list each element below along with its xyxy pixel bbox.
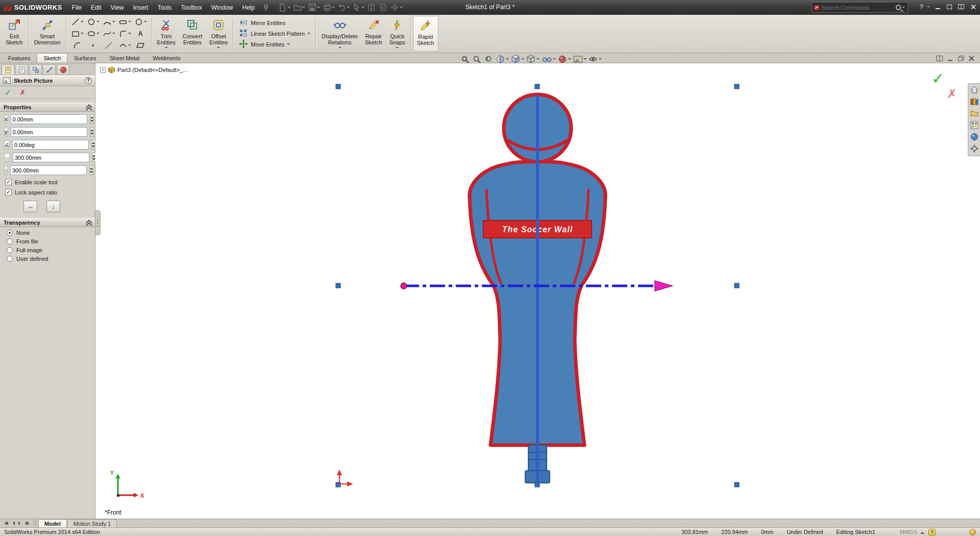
new-document-icon[interactable]: [277, 2, 288, 13]
search-scope-icon[interactable]: [814, 5, 819, 11]
height-input[interactable]: [10, 165, 87, 175]
arc-tool-icon[interactable]: [101, 16, 117, 28]
menu-help[interactable]: Help: [237, 3, 259, 13]
appearances-scenes-icon[interactable]: [970, 132, 979, 142]
view-orientation-icon[interactable]: [511, 55, 524, 64]
lock-aspect-ratio-checkbox[interactable]: ✓: [5, 189, 12, 196]
display-style-caret-icon[interactable]: [536, 58, 540, 61]
undo-icon[interactable]: [336, 2, 348, 13]
line-tool-icon[interactable]: [69, 16, 85, 28]
tab-scroll-first-button[interactable]: [2, 520, 9, 527]
mirror-entities-button[interactable]: Mirror Entities: [239, 18, 310, 28]
resources-icon[interactable]: [970, 85, 979, 95]
tab-sheet-metal[interactable]: Sheet Metal: [103, 53, 146, 63]
trim-entities-caret-icon[interactable]: [165, 47, 168, 50]
tab-motion-study-1[interactable]: Motion Study 1: [67, 519, 117, 527]
move-entities-caret-icon[interactable]: [287, 43, 290, 46]
width-input[interactable]: [13, 153, 89, 162]
propertymanager-tab[interactable]: [2, 64, 14, 75]
panel-splitter-handle[interactable]: [95, 210, 101, 235]
feature-tree-root-label[interactable]: Part3 (Default<<Default>_...: [117, 67, 187, 73]
view-settings-icon[interactable]: [589, 55, 602, 64]
open-icon[interactable]: [291, 2, 303, 13]
polygon-tool-icon[interactable]: [133, 16, 149, 28]
transparency-from-file-radio[interactable]: [7, 238, 13, 245]
point-tool-icon[interactable]: [85, 40, 101, 52]
viewport-restore-icon[interactable]: [957, 55, 965, 62]
menu-toolbox[interactable]: Toolbox: [176, 3, 206, 13]
display-delete-relations-caret-icon[interactable]: [338, 47, 341, 50]
fillet-tool-icon[interactable]: [117, 28, 133, 40]
menu-tools[interactable]: Tools: [153, 3, 176, 13]
offset-entities-caret-icon[interactable]: [217, 47, 220, 50]
view-orientation-caret-icon[interactable]: [521, 58, 524, 61]
panes-icon[interactable]: [956, 2, 966, 11]
featuremanager-tab[interactable]: [15, 64, 28, 75]
close-icon[interactable]: [968, 2, 978, 11]
repair-sketch-button[interactable]: Repair Sketch: [361, 16, 386, 52]
viewport-pane-icon[interactable]: [935, 55, 944, 62]
viewport-close-icon[interactable]: [967, 55, 976, 62]
transparency-from-file-row[interactable]: From file: [0, 236, 95, 245]
tab-surfaces[interactable]: Surfaces: [67, 53, 103, 63]
linear-sketch-pattern-button[interactable]: Linear Sketch Pattern: [239, 29, 310, 38]
move-entities-button[interactable]: Move Entities: [239, 40, 310, 49]
enable-scale-tool-checkbox[interactable]: ✓: [5, 179, 12, 185]
text-tool-icon[interactable]: A: [133, 28, 149, 40]
menu-edit[interactable]: Edit: [86, 3, 106, 13]
appearances-caret-icon[interactable]: [568, 58, 571, 61]
appearances-icon[interactable]: [558, 55, 571, 64]
position-y-spinner[interactable]: [90, 127, 94, 137]
flip-vertical-button[interactable]: ↕: [46, 201, 60, 212]
linear-sketch-pattern-caret-icon[interactable]: [307, 33, 310, 36]
tab-sketch[interactable]: Sketch: [37, 53, 67, 63]
menu-view[interactable]: View: [106, 3, 129, 13]
tab-weldments[interactable]: Weldments: [146, 53, 187, 63]
transparency-none-row[interactable]: None: [0, 227, 95, 236]
tab-bar-grip[interactable]: [34, 520, 36, 527]
transparency-user-defined-row[interactable]: User defined: [0, 253, 95, 262]
position-x-spinner[interactable]: [90, 114, 94, 124]
cancel-sketch-x-icon[interactable]: ✗: [947, 87, 957, 101]
construction-line-tool-icon[interactable]: [101, 40, 117, 52]
chamfer-tool-icon[interactable]: [69, 40, 85, 52]
parallelogram-tool-icon[interactable]: [133, 40, 149, 52]
position-x-input[interactable]: [11, 114, 87, 124]
circle-tool-icon[interactable]: [85, 16, 101, 28]
display-style-icon[interactable]: [526, 55, 540, 64]
zoom-area-icon[interactable]: [472, 55, 482, 64]
units-selector[interactable]: MMGS ?: [900, 529, 976, 535]
graphics-area[interactable]: + Part3 (Default<<Default>_... The Socce…: [95, 63, 980, 519]
scene-icon[interactable]: [573, 55, 586, 64]
search-icon[interactable]: [896, 5, 901, 10]
offset-entities-button[interactable]: Offset Entities: [206, 16, 231, 52]
tree-expand-icon[interactable]: +: [100, 67, 106, 73]
rapid-sketch-button[interactable]: Rapid Sketch: [413, 16, 438, 52]
angle-input[interactable]: [12, 140, 89, 150]
angle-spinner[interactable]: [91, 140, 95, 150]
transparency-none-radio[interactable]: [7, 230, 13, 236]
help-caret-icon[interactable]: [927, 6, 930, 9]
quick-snaps-button[interactable]: Quick Snaps: [386, 16, 409, 52]
status-globe-icon[interactable]: [969, 529, 976, 535]
transparency-user-defined-radio[interactable]: [7, 256, 13, 262]
quick-snaps-caret-icon[interactable]: [396, 47, 399, 50]
section-view-caret-icon[interactable]: [506, 58, 509, 61]
previous-view-icon[interactable]: [484, 55, 494, 64]
scene-caret-icon[interactable]: [583, 58, 586, 61]
displaymanager-tab[interactable]: [57, 64, 69, 75]
three-point-arc-tool-icon[interactable]: [117, 40, 133, 52]
help-icon[interactable]: ?: [916, 2, 926, 11]
confirm-sketch-check-icon[interactable]: ✓: [932, 69, 944, 87]
save-icon[interactable]: [306, 2, 318, 13]
flip-horizontal-button[interactable]: ↔: [23, 201, 37, 212]
position-y-input[interactable]: [11, 127, 87, 137]
lock-aspect-ratio-row[interactable]: ✓ Lock aspect ratio: [0, 186, 95, 196]
search-input[interactable]: [821, 5, 894, 11]
dimxpertmanager-tab[interactable]: [43, 64, 56, 75]
hide-show-items-caret-icon[interactable]: [553, 58, 556, 61]
configurationmanager-tab[interactable]: [29, 64, 42, 75]
file-properties-icon[interactable]: [377, 2, 389, 13]
trim-entities-button[interactable]: Trim Entities: [154, 16, 179, 52]
tab-features[interactable]: Features: [2, 53, 37, 63]
